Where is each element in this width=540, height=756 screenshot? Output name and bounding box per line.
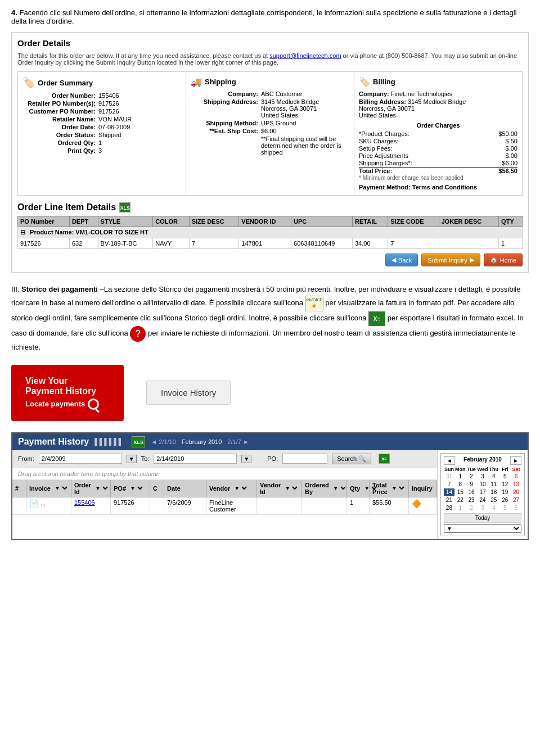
calendar-prev-btn[interactable]: ◄: [444, 456, 455, 465]
invoice-history-button[interactable]: Invoice History: [146, 381, 231, 405]
cal-day-12[interactable]: 12: [500, 481, 510, 488]
billing-icon: 🏷️: [359, 76, 370, 87]
payment-data-row: 📄 ↑↓ 155406 917526 7/6/2009 FineLine Cus…: [12, 497, 437, 515]
line-item-title: Order Line Item Details: [17, 202, 116, 212]
cal-day-21[interactable]: 21: [444, 496, 454, 504]
cal-day-4[interactable]: 4: [488, 473, 499, 480]
shipping-address-value: 3145 Medlock BridgeNorcross, GA 30071Uni…: [261, 98, 349, 119]
cal-day-22[interactable]: 22: [455, 496, 466, 504]
to-date-dropdown-icon[interactable]: ▼: [241, 455, 251, 463]
calendar-month-select[interactable]: ▼: [444, 524, 521, 533]
order-details-box: Order Details The details for this order…: [11, 32, 529, 273]
invoice-doc-icon[interactable]: 📄: [29, 499, 39, 508]
cell-upc: 606348110649: [291, 238, 353, 249]
search-circle-icon: [88, 399, 99, 410]
cal-day-7[interactable]: 7: [444, 481, 454, 488]
order-id-link[interactable]: 155406: [74, 499, 95, 506]
cal-day-16[interactable]: 16: [466, 488, 477, 496]
vendorid-filter-select[interactable]: ▼: [282, 485, 299, 492]
cal-day-31[interactable]: 31: [444, 473, 454, 480]
cal-day-15[interactable]: 15: [455, 488, 466, 496]
order-summary-icon: 🏷️: [22, 76, 35, 89]
cal-day-5[interactable]: 5: [500, 473, 510, 480]
payment-history-button[interactable]: View Your Payment History Locate payment…: [11, 365, 124, 421]
invoice-history-label: Invoice History: [161, 388, 216, 397]
cal-day-13[interactable]: 13: [511, 481, 521, 488]
order-details-title: Order Details: [17, 38, 523, 48]
cal-day-24[interactable]: 24: [478, 496, 488, 504]
orderid-filter-select[interactable]: ▼: [93, 485, 110, 492]
cal-day-8[interactable]: 8: [455, 481, 466, 488]
locate-payments-label: Locate payments: [25, 399, 110, 410]
cal-day-next-5[interactable]: 5: [500, 504, 510, 511]
orderedby-filter-select[interactable]: ▼: [331, 485, 348, 492]
customer-po-label: Customer PO Number:: [22, 108, 96, 115]
submit-inquiry-label: Submit Inquiry: [428, 257, 467, 264]
payment-history-excel-icon[interactable]: XLS: [132, 436, 145, 447]
cal-day-19[interactable]: 19: [500, 488, 510, 496]
cal-day-26[interactable]: 26: [500, 496, 510, 504]
inquiry-action-icon[interactable]: 🔶: [412, 499, 421, 508]
home-button[interactable]: 🏠 Home: [484, 253, 523, 266]
cal-day-next-2[interactable]: 2: [466, 504, 477, 511]
back-button[interactable]: ◀ Back: [385, 253, 418, 266]
cal-day-next-6[interactable]: 6: [511, 504, 521, 511]
today-button[interactable]: Today: [444, 513, 521, 523]
to-date-input[interactable]: [154, 454, 237, 464]
cal-day-27[interactable]: 27: [511, 496, 521, 504]
cal-day-9[interactable]: 9: [466, 481, 477, 488]
shipping-charges-value: $6.00: [489, 160, 518, 166]
po-filter-select[interactable]: ▼: [128, 485, 145, 492]
from-label: From:: [18, 455, 34, 462]
cal-day-1[interactable]: 1: [455, 473, 466, 480]
cal-day-next-1[interactable]: 1: [455, 504, 466, 511]
line-item-excel-icon[interactable]: XLS: [119, 202, 130, 212]
shipping-title: Shipping: [205, 78, 236, 86]
cal-day-14[interactable]: 14: [444, 488, 454, 496]
from-date-input[interactable]: [39, 454, 122, 464]
col-hdr-ordered-by: Ordered By ▼: [302, 480, 347, 497]
cal-day-2[interactable]: 2: [466, 473, 477, 480]
next-date-btn[interactable]: 2/1/7 ►: [227, 438, 249, 445]
cal-day-23[interactable]: 23: [466, 496, 477, 504]
cal-day-17[interactable]: 17: [478, 488, 488, 496]
cal-day-3[interactable]: 3: [478, 473, 488, 480]
data-date: 7/6/2009: [164, 497, 206, 514]
order-summary-title: Order Summary: [38, 79, 93, 87]
cal-day-25[interactable]: 25: [488, 496, 499, 504]
totalprice-filter-select[interactable]: ▼: [389, 485, 406, 492]
print-qty-value: 3: [98, 147, 181, 154]
data-vendor-id: [257, 497, 302, 514]
export-excel-icon[interactable]: X≡: [379, 454, 390, 464]
order-date-label: Order Date:: [22, 124, 96, 130]
payment-history-header: Payment History ▌▌▌▌▌▌ XLS ◄ 2/1/10 Febr…: [12, 433, 528, 450]
col-hdr-hash: #: [12, 480, 26, 497]
submit-inquiry-button[interactable]: Submit Inquiry ▶: [421, 253, 480, 266]
cal-day-next-4[interactable]: 4: [488, 504, 499, 511]
support-email-link[interactable]: support@finelinetech.com: [269, 52, 341, 59]
cal-day-28[interactable]: 28: [444, 504, 454, 511]
cal-day-10[interactable]: 10: [478, 481, 488, 488]
calendar-grid: Sun Mon Tue Wed Thu Fri Sat 31 1 2 3 4 5…: [444, 467, 521, 511]
invoice-filter-select[interactable]: ▼: [52, 485, 69, 492]
billing-header: 🏷️ Billing: [359, 76, 518, 87]
search-button[interactable]: Search 🔍: [332, 454, 371, 464]
payment-history-title-line2: Payment History: [25, 386, 96, 396]
calendar-next-btn[interactable]: ►: [510, 456, 521, 465]
setup-fees-value: $.00: [489, 145, 518, 152]
cal-day-20[interactable]: 20: [511, 488, 521, 496]
po-input[interactable]: [282, 454, 327, 464]
expand-icon[interactable]: ⊟: [20, 229, 25, 236]
cal-day-6[interactable]: 6: [511, 473, 521, 480]
date-dropdown-icon[interactable]: ▼: [127, 455, 137, 463]
cal-day-11[interactable]: 11: [488, 481, 499, 488]
ship-note-label: [191, 135, 258, 156]
data-order-id[interactable]: 155406: [71, 497, 111, 514]
data-inquiry[interactable]: 🔶: [409, 497, 437, 514]
cal-day-18[interactable]: 18: [488, 488, 499, 496]
vendor-filter-select[interactable]: ▼: [232, 485, 249, 492]
est-ship-cost-row: **Est. Ship Cost: $6.00: [191, 128, 349, 134]
cal-day-next-3[interactable]: 3: [478, 504, 488, 511]
prev-date-btn[interactable]: ◄ 2/1/10: [151, 438, 176, 445]
print-qty-row: Print Qty: 3: [22, 147, 181, 154]
